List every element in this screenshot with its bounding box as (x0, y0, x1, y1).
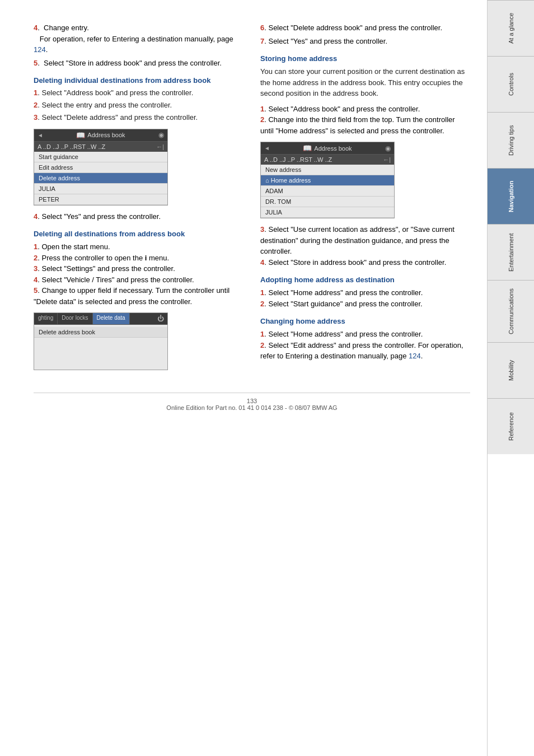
step-item: 1. Select "Home address" and press the c… (260, 287, 470, 298)
tab-door-locks: Door locks (58, 313, 92, 324)
device-nav-row-r: A ..D ..J ..P ..RST ..W ..Z ←| (261, 154, 394, 165)
step-num-4: 4 (34, 24, 38, 32)
step-item: 2. Change into the third field from the … (260, 114, 470, 136)
device-settings-icon: ◉ (158, 131, 164, 139)
section-storing-home: Storing home address You can store your … (260, 54, 470, 268)
list-item-adam: ADAM (261, 186, 394, 197)
device-nav-row: A ..D ..J ..P ..RST ..W ..Z ←| (34, 141, 167, 152)
tab-at-a-glance[interactable]: At a glance (488, 0, 534, 56)
list-item-new-address: New address (261, 165, 394, 175)
tab-entertainment[interactable]: Entertainment (488, 224, 534, 280)
step-6: 6. Select "Delete address book" and pres… (260, 22, 470, 34)
step-item: 2. Select "Edit address" and press the c… (260, 340, 470, 362)
device-settings-icon-r: ◉ (385, 144, 391, 152)
device-body: Delete address book (34, 325, 167, 370)
list-item-julia: JULIA (34, 184, 167, 194)
steps-storing-home-2: 3. Select "Use current location as addre… (260, 224, 470, 268)
step-item: 2. Select "Start guidance" and press the… (260, 298, 470, 310)
device-title-right: 📖 Address book (303, 144, 352, 152)
step-7: 7. Select "Yes" and press the controller… (260, 36, 470, 47)
steps-changing-home: 1. Select "Home address" and press the c… (260, 329, 470, 362)
list-item-delete-address: Delete address (34, 173, 167, 184)
tab-delete-data: Delete data (93, 313, 130, 324)
section-changing-home: Changing home address 1. Select "Home ad… (260, 317, 470, 362)
heading-adopting-home: Adopting home address as destination (260, 276, 470, 284)
list-item-dr-tom: DR. TOM (261, 197, 394, 207)
nav-back-arrow: ←| (156, 143, 164, 150)
list-item-home-address: ⌂ Home address (261, 175, 394, 186)
device-title-text: Address book (87, 132, 125, 138)
list-item-peter: PETER (34, 194, 167, 205)
tab-controls[interactable]: Controls (488, 56, 534, 112)
device-mockup-home-address: ◄ 📖 Address book ◉ A ..D ..J ..P ..RST .… (260, 142, 395, 218)
section-delete-individual: Deleting individual destinations from ad… (34, 76, 243, 222)
tab-driving-tips[interactable]: Driving tips (488, 112, 534, 168)
nav-left-arrow-r: ◄ (264, 145, 270, 151)
page-link-124b[interactable]: 124 (409, 352, 421, 360)
steps-adopting-home: 1. Select "Home address" and press the c… (260, 287, 470, 309)
main-content: 4. Change entry. For operation, refer to… (0, 0, 487, 756)
list-item-delete-address-book: Delete address book (34, 327, 167, 338)
list-item-start-guidance: Start guidance (34, 152, 167, 162)
device-tabs-bar: ghting Door locks Delete data ⏻ (34, 313, 167, 325)
step-item: 2. Select the entry and press the contro… (34, 100, 243, 110)
steps-delete-all: 1. Open the start menu. 2. Press the con… (34, 241, 243, 307)
two-col-layout: 4. Change entry. For operation, refer to… (34, 22, 470, 376)
tab-ghting: ghting (34, 313, 58, 324)
step-item: 2. Press the controller to open the i me… (34, 253, 243, 264)
tab-communications[interactable]: Communications (488, 280, 534, 342)
section-adopting-home: Adopting home address as destination 1. … (260, 276, 470, 309)
step-5-label: 5. Select "Store in address book" and pr… (34, 58, 243, 69)
tab-navigation[interactable]: Navigation (488, 168, 534, 224)
heading-delete-individual: Deleting individual destinations from ad… (34, 76, 243, 85)
left-column: 4. Change entry. For operation, refer to… (34, 22, 243, 376)
step-item: 4. Select "Store in address book" and pr… (260, 257, 470, 268)
tab-reference[interactable]: Reference (488, 398, 534, 454)
page-footer: 133 Online Edition for Part no. 01 41 0 … (34, 393, 470, 411)
nav-left-arrow: ◄ (38, 132, 43, 138)
step-item: 3. Select "Settings" and press the contr… (34, 263, 243, 274)
steps-delete-individual: 1. Select "Address book" and press the c… (34, 88, 243, 123)
section-delete-all: Deleting all destinations from address b… (34, 230, 243, 370)
page-number: 133 (247, 398, 257, 404)
step-num-5: 5 (34, 59, 38, 67)
intro-steps: 4. Change entry. For operation, refer to… (34, 22, 243, 68)
page-link-124a[interactable]: 124 (34, 45, 46, 54)
device-power-icon: ⏻ (154, 313, 167, 324)
step-4-yes: 4. Select "Yes" and press the controller… (34, 211, 243, 222)
tab-mobility[interactable]: Mobility (488, 342, 534, 398)
device-list: Start guidance Edit address Delete addre… (34, 152, 167, 205)
sidebar-tabs: At a glance Controls Driving tips Naviga… (487, 0, 534, 756)
heading-storing-home: Storing home address (260, 54, 470, 63)
alphabet-nav: A ..D ..J ..P ..RST ..W ..Z (38, 143, 105, 150)
step-item: 1. Select "Address book" and press the c… (260, 104, 470, 115)
right-column: 6. Select "Delete address book" and pres… (260, 22, 470, 376)
device-title: 📖 Address book (76, 131, 125, 139)
step-item: 3. Select "Delete address" and press the… (34, 113, 243, 123)
alphabet-nav-r: A ..D ..J ..P ..RST ..W ..Z (264, 156, 332, 163)
step-item: 1. Open the start menu. (34, 241, 243, 253)
step-item: 3. Select "Use current location as addre… (260, 224, 470, 257)
heading-delete-all: Deleting all destinations from address b… (34, 230, 243, 238)
steps-6-7: 6. Select "Delete address book" and pres… (260, 22, 470, 46)
nav-back-arrow-r: ←| (383, 156, 391, 163)
step-item: 1. Select "Home address" and press the c… (260, 329, 470, 340)
device-title-text-r: Address book (314, 145, 352, 152)
device-header-right: ◄ 📖 Address book ◉ (261, 142, 394, 154)
steps-storing-home: 1. Select "Address book" and press the c… (260, 104, 470, 137)
step-item: 5. Change to upper field if necessary. T… (34, 285, 243, 307)
footer-text: Online Edition for Part no. 01 41 0 014 … (166, 404, 337, 411)
heading-changing-home: Changing home address (260, 317, 470, 325)
storing-home-intro: You can store your current position or t… (260, 66, 470, 99)
list-item-julia-r: JULIA (261, 207, 394, 218)
address-book-icon-r: 📖 (303, 144, 312, 152)
step-item: 4. Select "Vehicle / Tires" and press th… (34, 274, 243, 286)
step-4-label: 4. Change entry. For operation, refer to… (34, 22, 243, 55)
device-list-r: New address ⌂ Home address ADAM DR. TOM … (261, 165, 394, 218)
list-item-edit-address: Edit address (34, 162, 167, 173)
address-book-icon: 📖 (76, 131, 85, 139)
step-item: 1. Select "Address book" and press the c… (34, 88, 243, 98)
device-mockup-delete-data: ghting Door locks Delete data ⏻ Delete a… (34, 312, 168, 370)
device-header: ◄ 📖 Address book ◉ (34, 129, 167, 141)
device-mockup-address-book: ◄ 📖 Address book ◉ A ..D ..J ..P ..RST .… (34, 129, 168, 206)
